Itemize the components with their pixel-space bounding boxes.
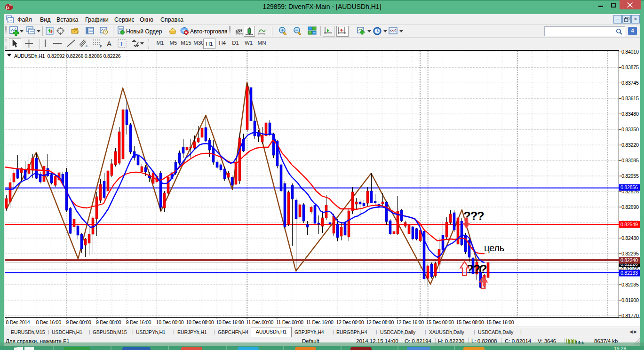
svg-text:10 Dec 08:00: 10 Dec 08:00 xyxy=(186,319,214,325)
svg-text:8 Dec 16:00: 8 Dec 16:00 xyxy=(36,319,61,325)
svg-text:0.82035: 0.82035 xyxy=(621,282,639,287)
svg-text:12 Dec 00:00: 12 Dec 00:00 xyxy=(336,319,364,325)
svg-text:11 Dec 08:00: 11 Dec 08:00 xyxy=(276,319,303,325)
svg-text:9 Dec 16:00: 9 Dec 16:00 xyxy=(126,319,151,325)
svg-text:12 Dec 16:00: 12 Dec 16:00 xyxy=(396,319,424,325)
svg-text:15 Dec 00:00: 15 Dec 00:00 xyxy=(426,319,454,325)
svg-text:10 Dec 00:00: 10 Dec 00:00 xyxy=(156,319,184,325)
svg-text:0.82430: 0.82430 xyxy=(621,235,639,241)
svg-text:0.82955: 0.82955 xyxy=(621,173,639,179)
svg-text:11 Dec 00:00: 11 Dec 00:00 xyxy=(246,319,273,325)
svg-text:15 Dec 08:00: 15 Dec 08:00 xyxy=(456,319,484,325)
svg-text:цель: цель xyxy=(484,242,504,253)
svg-text:0.83745: 0.83745 xyxy=(621,80,639,86)
svg-text:8 Dec 2014: 8 Dec 2014 xyxy=(6,319,30,325)
svg-text:0.82549: 0.82549 xyxy=(620,222,638,227)
svg-text:fx: fx xyxy=(6,5,9,10)
svg-text:10 Dec 16:00: 10 Dec 16:00 xyxy=(216,319,244,325)
svg-text:0.82240: 0.82240 xyxy=(620,257,638,263)
svg-text:9 Dec 00:00: 9 Dec 00:00 xyxy=(66,319,91,325)
svg-text:0.82133: 0.82133 xyxy=(620,270,638,276)
svg-text:0.83350: 0.83350 xyxy=(621,127,639,132)
svg-text:0.83085: 0.83085 xyxy=(621,158,639,163)
svg-text:0.83875: 0.83875 xyxy=(621,64,639,70)
svg-text:0.83220: 0.83220 xyxy=(621,142,639,148)
svg-text:0.82856: 0.82856 xyxy=(620,184,638,190)
svg-text:0.83480: 0.83480 xyxy=(621,111,639,117)
svg-text:11 Dec 16:00: 11 Dec 16:00 xyxy=(306,319,334,325)
svg-text:0.82690: 0.82690 xyxy=(621,204,639,210)
svg-text:???: ??? xyxy=(466,262,487,276)
svg-text:AUDUSDh,H1 0.82092 0.82266 0.: AUDUSDh,H1 0.82092 0.82266 0.82066 0.822… xyxy=(14,53,121,59)
svg-text:0.84010: 0.84010 xyxy=(621,50,639,55)
svg-text:15 Dec 16:00: 15 Dec 16:00 xyxy=(486,319,514,325)
svg-text:0.83615: 0.83615 xyxy=(621,95,639,101)
svg-text:0.82295: 0.82295 xyxy=(621,251,639,256)
svg-text:12 Dec 08:00: 12 Dec 08:00 xyxy=(366,319,394,325)
svg-text:9 Dec 08:00: 9 Dec 08:00 xyxy=(96,319,121,325)
svg-text:0.81900: 0.81900 xyxy=(621,297,639,303)
